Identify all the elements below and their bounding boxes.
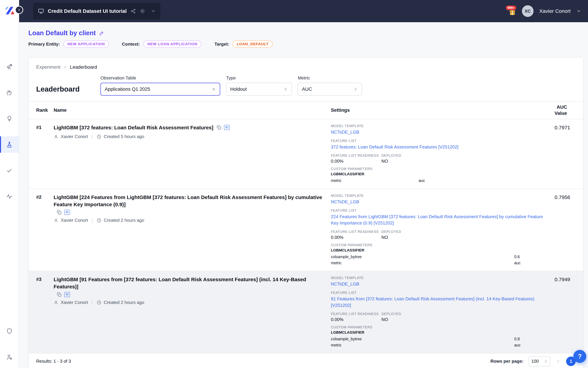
- table-footer: Results: 1 - 3 of 3 Rows per page: 100: [29, 353, 583, 368]
- table-header: Rank Name Settings AUC Value: [29, 101, 583, 119]
- results-count: Results: 1 - 3 of 3: [36, 359, 71, 364]
- avatar[interactable]: XC: [522, 5, 534, 17]
- header-settings: Settings: [331, 108, 554, 113]
- previous-page-button[interactable]: [556, 359, 561, 364]
- created-time: Created 5 hours ago: [104, 134, 144, 139]
- author-name: Xavier Conort: [61, 218, 88, 223]
- param-value: 0.8: [514, 336, 520, 342]
- project-selector[interactable]: Credit Default Dataset UI tutorial: [33, 3, 160, 19]
- chevron-right-icon: [17, 8, 21, 12]
- readiness-value: 0.00%: [331, 317, 381, 322]
- id-icon[interactable]: ID: [224, 125, 230, 130]
- notification-badge: 999+: [506, 6, 516, 10]
- author-name: Xavier Conort: [61, 300, 88, 305]
- check-icon: [6, 167, 13, 174]
- gear-icon[interactable]: [140, 8, 145, 14]
- clear-icon[interactable]: [212, 87, 216, 92]
- model-name: LightGBM [91 Features from [372 features…: [53, 276, 306, 289]
- feature-list-link[interactable]: 372 features: Loan Default Risk Assessme…: [331, 144, 548, 150]
- user-icon: [53, 218, 58, 223]
- param-value: auc: [419, 178, 425, 184]
- breadcrumb-leaderboard: Leaderboard: [70, 64, 97, 70]
- id-icon[interactable]: ID: [64, 292, 70, 297]
- copy-icon[interactable]: [57, 210, 62, 215]
- sidebar-item-validation[interactable]: [0, 162, 19, 179]
- sidebar-item-governance[interactable]: [0, 323, 19, 339]
- param-value: auc: [514, 260, 521, 266]
- deployed-value: NO: [381, 235, 548, 240]
- author-name: Xavier Conort: [61, 134, 88, 139]
- copy-icon[interactable]: [57, 292, 62, 297]
- context-label: Context:: [122, 42, 140, 47]
- model-template-link[interactable]: NCTsDE_LGB: [331, 281, 548, 287]
- copy-icon[interactable]: [216, 125, 222, 130]
- user-menu-chevron-icon[interactable]: [576, 9, 581, 13]
- sidebar-expand-button[interactable]: [15, 6, 23, 14]
- main-content: Loan Default by client Primary Entity: N…: [19, 22, 588, 368]
- breadcrumb-experiment[interactable]: Experiment: [36, 64, 61, 70]
- shield-icon: [6, 328, 13, 334]
- app-logo[interactable]: [4, 5, 15, 16]
- param-value: 0.6: [514, 254, 520, 260]
- rank-cell: #2: [36, 194, 53, 266]
- created-time: Created 2 hours ago: [104, 218, 144, 223]
- table-row[interactable]: #2 LightGBM [224 Features from LightGBM …: [29, 189, 583, 271]
- sidebar-item-activity[interactable]: [0, 188, 19, 205]
- chevron-right-icon: [63, 65, 67, 69]
- metric-label: Metric: [298, 75, 362, 81]
- telescope-icon: [6, 63, 13, 70]
- sidebar-item-admin[interactable]: [0, 349, 19, 365]
- model-name: LightGBM [224 Features from LightGBM [37…: [53, 194, 322, 207]
- flask-icon: [6, 141, 13, 148]
- primary-entity-pill[interactable]: NEW APPLICATION: [63, 40, 109, 48]
- clock-icon: [97, 218, 101, 223]
- param-name: metric: [331, 260, 514, 266]
- project-title: Credit Default Dataset UI tutorial: [48, 8, 127, 14]
- unfold-icon: [283, 87, 288, 92]
- type-select[interactable]: Holdout: [226, 83, 292, 96]
- feature-list-link[interactable]: 91 Features from [372 features: Loan Def…: [331, 296, 548, 309]
- head-ai-icon: [6, 89, 13, 96]
- classifier-name: LGBMCLASSIFIER: [331, 172, 548, 176]
- model-template-link[interactable]: NCTsDE_LGB: [331, 199, 548, 205]
- rewards-button[interactable]: 999+: [509, 6, 516, 16]
- rows-per-page-stepper[interactable]: 100: [529, 356, 551, 367]
- deployed-value: NO: [381, 317, 548, 322]
- metric-select[interactable]: AUC: [298, 83, 362, 96]
- clock-icon: [97, 300, 101, 305]
- table-row[interactable]: #1 LightGBM [372 features: Loan Default …: [29, 119, 583, 189]
- deployed-value: NO: [381, 158, 548, 164]
- primary-entity-label: Primary Entity:: [28, 42, 60, 47]
- app-window: Credit Default Dataset UI tutorial 999+: [0, 0, 588, 368]
- header-auc-value: AUC Value: [554, 104, 576, 117]
- share-icon[interactable]: [130, 8, 136, 14]
- sidebar-item-ai[interactable]: [0, 84, 19, 101]
- edit-icon[interactable]: [99, 30, 104, 36]
- sidebar-item-insights[interactable]: [0, 110, 19, 127]
- observation-table-input[interactable]: Applications Q1 2025: [100, 83, 220, 96]
- feature-list-link[interactable]: 224 Features from LightGBM [372 features…: [331, 213, 548, 226]
- help-button[interactable]: ?: [573, 350, 586, 363]
- rank-cell: #3: [36, 276, 53, 348]
- leaderboard-card: Experiment Leaderboard Leaderboard Obser…: [28, 57, 584, 368]
- rows-per-page-label: Rows per page:: [490, 359, 524, 364]
- context-pill[interactable]: NEW LOAN APPLICATION: [143, 40, 202, 48]
- unfold-icon[interactable]: [544, 359, 548, 363]
- lightbulb-icon: [6, 115, 13, 122]
- param-name: colsample_bytree: [331, 336, 514, 342]
- sidebar-item-experiments[interactable]: [0, 136, 19, 153]
- model-name: LightGBM [372 features: Loan Default Ris…: [53, 125, 214, 130]
- target-label: Target:: [214, 42, 229, 47]
- user-name: Xavier Conort: [539, 8, 570, 14]
- chevron-down-icon[interactable]: [151, 9, 156, 13]
- sidebar-item-explore[interactable]: [0, 58, 19, 75]
- table-row[interactable]: #3 LightGBM [91 Features from [372 featu…: [29, 271, 583, 353]
- model-template-link[interactable]: NCTsDE_LGB: [331, 129, 548, 136]
- target-pill[interactable]: LOAN_DEFAULT: [232, 40, 273, 48]
- user-icon: [53, 134, 58, 139]
- leaderboard-controls: Leaderboard Observation Table Applicatio…: [29, 70, 583, 96]
- divider: |: [92, 218, 93, 223]
- id-icon[interactable]: ID: [64, 210, 70, 215]
- header-name: Name: [53, 108, 331, 113]
- leaderboard-heading: Leaderboard: [36, 85, 80, 93]
